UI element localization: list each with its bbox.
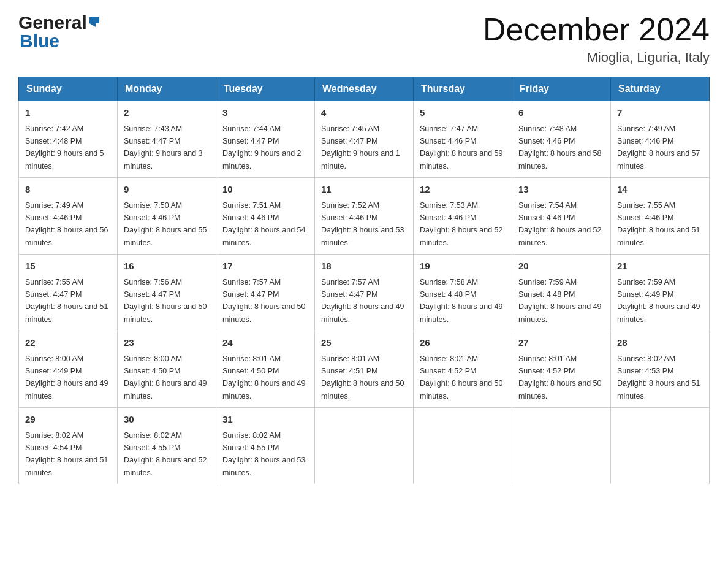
- table-row: 19 Sunrise: 7:58 AMSunset: 4:48 PMDaylig…: [414, 255, 512, 331]
- table-row: 7 Sunrise: 7:49 AMSunset: 4:46 PMDayligh…: [611, 101, 710, 178]
- table-row: 23 Sunrise: 8:00 AMSunset: 4:50 PMDaylig…: [118, 331, 216, 408]
- day-info: Sunrise: 8:01 AMSunset: 4:52 PMDaylight:…: [518, 354, 602, 400]
- table-row: 6 Sunrise: 7:48 AMSunset: 4:46 PMDayligh…: [512, 101, 611, 178]
- calendar-header-row: Sunday Monday Tuesday Wednesday Thursday…: [19, 77, 710, 101]
- day-info: Sunrise: 7:44 AMSunset: 4:47 PMDaylight:…: [222, 124, 301, 170]
- day-number: 6: [518, 106, 604, 120]
- day-number: 16: [124, 259, 210, 274]
- table-row: 8 Sunrise: 7:49 AMSunset: 4:46 PMDayligh…: [19, 178, 118, 255]
- col-saturday: Saturday: [611, 77, 710, 101]
- day-info: Sunrise: 7:53 AMSunset: 4:46 PMDaylight:…: [420, 201, 503, 247]
- day-info: Sunrise: 7:57 AMSunset: 4:47 PMDaylight:…: [222, 278, 306, 324]
- col-friday: Friday: [512, 77, 611, 101]
- table-row: 17 Sunrise: 7:57 AMSunset: 4:47 PMDaylig…: [216, 255, 315, 331]
- table-row: 29 Sunrise: 8:02 AMSunset: 4:54 PMDaylig…: [19, 408, 118, 484]
- table-row: 11 Sunrise: 7:52 AMSunset: 4:46 PMDaylig…: [315, 178, 414, 255]
- table-row: [315, 408, 414, 484]
- table-row: 27 Sunrise: 8:01 AMSunset: 4:52 PMDaylig…: [512, 331, 611, 408]
- col-tuesday: Tuesday: [216, 77, 315, 101]
- week-row-1: 1 Sunrise: 7:42 AMSunset: 4:48 PMDayligh…: [19, 101, 710, 178]
- day-info: Sunrise: 7:52 AMSunset: 4:46 PMDaylight:…: [321, 201, 404, 247]
- table-row: 22 Sunrise: 8:00 AMSunset: 4:49 PMDaylig…: [19, 331, 118, 408]
- table-row: 12 Sunrise: 7:53 AMSunset: 4:46 PMDaylig…: [414, 178, 512, 255]
- table-row: 30 Sunrise: 8:02 AMSunset: 4:55 PMDaylig…: [118, 408, 216, 484]
- table-row: 2 Sunrise: 7:43 AMSunset: 4:47 PMDayligh…: [118, 101, 216, 178]
- table-row: 21 Sunrise: 7:59 AMSunset: 4:49 PMDaylig…: [611, 255, 710, 331]
- day-info: Sunrise: 7:59 AMSunset: 4:48 PMDaylight:…: [518, 278, 602, 324]
- day-number: 27: [518, 336, 604, 350]
- table-row: 20 Sunrise: 7:59 AMSunset: 4:48 PMDaylig…: [512, 255, 611, 331]
- day-info: Sunrise: 8:01 AMSunset: 4:52 PMDaylight:…: [420, 354, 503, 400]
- day-number: 4: [321, 106, 407, 120]
- day-info: Sunrise: 7:43 AMSunset: 4:47 PMDaylight:…: [124, 124, 203, 170]
- day-number: 9: [124, 183, 210, 197]
- day-info: Sunrise: 8:01 AMSunset: 4:51 PMDaylight:…: [321, 354, 404, 400]
- table-row: 5 Sunrise: 7:47 AMSunset: 4:46 PMDayligh…: [414, 101, 512, 178]
- table-row: 31 Sunrise: 8:02 AMSunset: 4:55 PMDaylig…: [216, 408, 315, 484]
- day-number: 22: [25, 336, 111, 350]
- logo-arrow-icon: [88, 15, 102, 31]
- day-info: Sunrise: 7:57 AMSunset: 4:47 PMDaylight:…: [321, 278, 404, 324]
- week-row-5: 29 Sunrise: 8:02 AMSunset: 4:54 PMDaylig…: [19, 408, 710, 484]
- day-info: Sunrise: 7:50 AMSunset: 4:46 PMDaylight:…: [124, 201, 207, 247]
- day-info: Sunrise: 7:48 AMSunset: 4:46 PMDaylight:…: [518, 124, 602, 170]
- title-block: December 2024 Mioglia, Liguria, Italy: [483, 12, 710, 66]
- day-number: 25: [321, 336, 407, 350]
- table-row: 1 Sunrise: 7:42 AMSunset: 4:48 PMDayligh…: [19, 101, 118, 178]
- calendar-title: December 2024: [483, 12, 710, 47]
- logo: General Blue: [18, 12, 102, 52]
- day-number: 19: [420, 259, 506, 274]
- day-info: Sunrise: 7:49 AMSunset: 4:46 PMDaylight:…: [617, 124, 700, 170]
- day-number: 17: [222, 259, 308, 274]
- day-info: Sunrise: 7:54 AMSunset: 4:46 PMDaylight:…: [518, 201, 602, 247]
- day-info: Sunrise: 7:42 AMSunset: 4:48 PMDaylight:…: [25, 124, 104, 170]
- day-info: Sunrise: 8:02 AMSunset: 4:55 PMDaylight:…: [124, 431, 207, 477]
- day-info: Sunrise: 7:49 AMSunset: 4:46 PMDaylight:…: [25, 201, 108, 247]
- table-row: 26 Sunrise: 8:01 AMSunset: 4:52 PMDaylig…: [414, 331, 512, 408]
- table-row: 3 Sunrise: 7:44 AMSunset: 4:47 PMDayligh…: [216, 101, 315, 178]
- day-number: 12: [420, 183, 506, 197]
- week-row-4: 22 Sunrise: 8:00 AMSunset: 4:49 PMDaylig…: [19, 331, 710, 408]
- day-info: Sunrise: 8:02 AMSunset: 4:55 PMDaylight:…: [222, 431, 306, 477]
- day-info: Sunrise: 8:02 AMSunset: 4:53 PMDaylight:…: [617, 354, 700, 400]
- day-number: 15: [25, 259, 111, 274]
- svg-marker-0: [89, 17, 99, 27]
- col-monday: Monday: [118, 77, 216, 101]
- day-number: 29: [25, 413, 111, 427]
- day-number: 18: [321, 259, 407, 274]
- day-number: 24: [222, 336, 308, 350]
- table-row: [512, 408, 611, 484]
- day-number: 5: [420, 106, 506, 120]
- table-row: 9 Sunrise: 7:50 AMSunset: 4:46 PMDayligh…: [118, 178, 216, 255]
- day-info: Sunrise: 7:45 AMSunset: 4:47 PMDaylight:…: [321, 124, 400, 170]
- day-number: 7: [617, 106, 703, 120]
- day-number: 13: [518, 183, 604, 197]
- logo-blue-text: Blue: [18, 31, 59, 52]
- day-info: Sunrise: 7:47 AMSunset: 4:46 PMDaylight:…: [420, 124, 503, 170]
- page-header: General Blue December 2024 Mioglia, Ligu…: [18, 12, 710, 66]
- day-number: 8: [25, 183, 111, 197]
- table-row: 24 Sunrise: 8:01 AMSunset: 4:50 PMDaylig…: [216, 331, 315, 408]
- calendar-table: Sunday Monday Tuesday Wednesday Thursday…: [18, 77, 710, 484]
- table-row: 13 Sunrise: 7:54 AMSunset: 4:46 PMDaylig…: [512, 178, 611, 255]
- table-row: 15 Sunrise: 7:55 AMSunset: 4:47 PMDaylig…: [19, 255, 118, 331]
- table-row: 10 Sunrise: 7:51 AMSunset: 4:46 PMDaylig…: [216, 178, 315, 255]
- table-row: 16 Sunrise: 7:56 AMSunset: 4:47 PMDaylig…: [118, 255, 216, 331]
- logo-general-text: General: [18, 12, 87, 33]
- col-thursday: Thursday: [414, 77, 512, 101]
- table-row: [414, 408, 512, 484]
- day-info: Sunrise: 7:59 AMSunset: 4:49 PMDaylight:…: [617, 278, 700, 324]
- calendar-subtitle: Mioglia, Liguria, Italy: [483, 50, 710, 66]
- day-number: 23: [124, 336, 210, 350]
- day-info: Sunrise: 8:00 AMSunset: 4:50 PMDaylight:…: [124, 354, 207, 400]
- table-row: 18 Sunrise: 7:57 AMSunset: 4:47 PMDaylig…: [315, 255, 414, 331]
- day-number: 10: [222, 183, 308, 197]
- day-info: Sunrise: 8:02 AMSunset: 4:54 PMDaylight:…: [25, 431, 108, 477]
- day-info: Sunrise: 8:01 AMSunset: 4:50 PMDaylight:…: [222, 354, 306, 400]
- col-wednesday: Wednesday: [315, 77, 414, 101]
- day-info: Sunrise: 7:58 AMSunset: 4:48 PMDaylight:…: [420, 278, 503, 324]
- day-number: 1: [25, 106, 111, 120]
- day-number: 3: [222, 106, 308, 120]
- day-number: 28: [617, 336, 703, 350]
- table-row: 4 Sunrise: 7:45 AMSunset: 4:47 PMDayligh…: [315, 101, 414, 178]
